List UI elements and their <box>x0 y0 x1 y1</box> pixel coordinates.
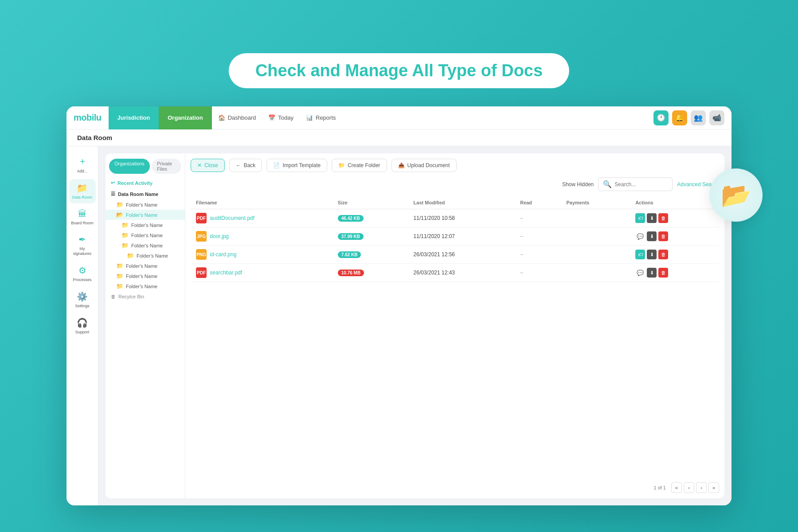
recycle-bin-icon: 🗑 <box>111 294 116 299</box>
add-icon: ＋ <box>78 155 87 167</box>
download-icon-btn[interactable]: ⬇ <box>647 250 657 259</box>
search-input[interactable] <box>614 181 668 188</box>
cell-actions: 💬 ⬇ 🗑 <box>630 227 719 246</box>
folder-f2a-label: Folder's Name <box>131 223 163 228</box>
nav-link-dashboard[interactable]: 🏠 Dashboard <box>212 106 262 129</box>
back-button[interactable]: ← Back <box>229 159 262 172</box>
sidebar-support-label: Support <box>75 330 90 335</box>
clock-icon-btn[interactable]: 🕐 <box>653 110 669 125</box>
folder-f2c[interactable]: 📁 Folder's Name <box>106 240 185 250</box>
download-icon-btn[interactable]: ⬇ <box>647 231 657 241</box>
close-label: Close <box>204 162 218 168</box>
tree-tab-organizations[interactable]: Organizations <box>109 159 150 174</box>
pagination-row: 1 of 1 « ‹ › » <box>191 478 719 493</box>
recycle-bin-label: Recylce Bin <box>118 294 144 299</box>
col-read: Read <box>515 196 561 209</box>
delete-icon-btn[interactable]: 🗑 <box>658 213 668 223</box>
tree-data-room-name[interactable]: ☰ Data Room Name <box>106 188 185 200</box>
sidebar-item-add[interactable]: ＋ Add... <box>69 152 96 177</box>
nav-link-reports[interactable]: 📊 Reports <box>300 106 342 129</box>
download-icon-btn[interactable]: ⬇ <box>647 268 657 278</box>
bell-icon-btn[interactable]: 🔔 <box>672 110 687 125</box>
file-name-link[interactable]: id-card.png <box>210 251 236 258</box>
page-next-button[interactable]: › <box>696 482 707 493</box>
sidebar-item-support[interactable]: 🎧 Support <box>69 314 96 338</box>
nav-tab-jurisdiction[interactable]: Jurisdiction <box>109 106 159 129</box>
data-room-name-icon: ☰ <box>111 191 115 197</box>
board-room-icon: 🏛 <box>78 209 87 219</box>
size-badge: 10.76 MB <box>338 270 364 276</box>
folder-f1[interactable]: 📁 Folder's Name <box>106 200 185 210</box>
folder-f2c1-label: Folder's Name <box>137 253 168 258</box>
cell-actions: 🏷 ⬇ 🗑 <box>630 209 719 227</box>
comment-icon-btn[interactable]: 💬 <box>635 231 645 241</box>
folder-f3[interactable]: 📁 Folder's Name <box>106 261 185 271</box>
table-row: PDF auditDocument.pdf 46.42 KB 11/11/202… <box>191 209 719 227</box>
create-folder-button[interactable]: 📁 Create Folder <box>332 159 387 172</box>
nav-tab-organization[interactable]: Organization <box>159 106 211 129</box>
tree-tab-private[interactable]: Private Files <box>152 159 181 174</box>
comment-icon-btn[interactable]: 💬 <box>635 268 645 278</box>
folder-f2b[interactable]: 📁 Folder's Name <box>106 230 185 240</box>
nav-icons: 🕐 🔔 👥 📹 <box>653 110 724 125</box>
folder-f5[interactable]: 📁 Folder's Name <box>106 281 185 291</box>
show-hidden-label[interactable]: Show Hidden <box>562 181 594 188</box>
folder-f5-icon: 📁 <box>116 283 123 289</box>
settings-icon: ⚙️ <box>77 291 88 302</box>
data-room-name-label: Data Room Name <box>118 192 158 197</box>
cell-read: – <box>515 227 561 246</box>
actions-cell: 🏷 ⬇ 🗑 <box>635 250 714 259</box>
sidebar-item-board-room[interactable]: 🏛 Board Room <box>69 205 96 229</box>
today-icon: 📅 <box>268 114 275 121</box>
upload-document-button[interactable]: 📤 Upload Document <box>391 159 457 172</box>
close-button[interactable]: ✕ Close <box>191 159 225 172</box>
file-list-area: ✕ Close ← Back 📄 Import Template 📁 <box>185 153 724 498</box>
cell-filename: PNG id-card.png <box>191 246 332 264</box>
download-icon-btn[interactable]: ⬇ <box>647 213 657 223</box>
page-first-button[interactable]: « <box>671 482 682 493</box>
file-name-link[interactable]: searchbar.pdf <box>210 270 242 276</box>
video-icon-btn[interactable]: 📹 <box>709 110 724 125</box>
users-icon-btn[interactable]: 👥 <box>691 110 706 125</box>
recycle-bin[interactable]: 🗑 Recylce Bin <box>106 291 185 302</box>
folder-f4-label: Folder's Name <box>126 274 157 279</box>
cell-last-modified: 26/03/2021 12:56 <box>408 246 515 264</box>
col-last-modified: Last Modified <box>408 196 515 209</box>
organization-label: Organization <box>168 114 203 121</box>
page-last-button[interactable]: » <box>708 482 719 493</box>
file-name-link[interactable]: auditDocument.pdf <box>210 215 254 221</box>
deco-folder-icon: 📂 <box>709 168 763 222</box>
nav-link-today[interactable]: 📅 Today <box>262 106 300 129</box>
tag-icon-btn[interactable]: 🏷 <box>635 250 645 259</box>
folder-f3-label: Folder's Name <box>126 263 157 269</box>
sidebar-item-signatures[interactable]: ✒ My signatures <box>69 231 96 260</box>
tree-tab-private-label: Private Files <box>157 161 172 172</box>
delete-icon-btn[interactable]: 🗑 <box>658 268 668 278</box>
folder-f2[interactable]: 📂 Folder's Name <box>106 210 185 220</box>
col-size: Size <box>332 196 408 209</box>
sidebar-item-processes[interactable]: ⚙ Processes <box>69 262 96 286</box>
sidebar-item-settings[interactable]: ⚙️ Settings <box>69 288 96 312</box>
folder-f2c1[interactable]: 📁 Folder's Name <box>106 250 185 261</box>
recent-icon: ↩ <box>111 180 115 186</box>
sidebar-signatures-label: My signatures <box>71 246 94 256</box>
col-actions: Actions <box>630 196 719 209</box>
app-window: mobilu Jurisdiction Organization 🏠 Dashb… <box>66 106 732 505</box>
folder-f2a[interactable]: 📁 Folder's Name <box>106 220 185 230</box>
delete-icon-btn[interactable]: 🗑 <box>658 250 668 259</box>
jurisdiction-label: Jurisdiction <box>117 114 150 121</box>
page-prev-button[interactable]: ‹ <box>684 482 694 493</box>
table-row: PDF searchbar.pdf 10.76 MB 26/03/2021 12… <box>191 264 719 282</box>
folder-f4[interactable]: 📁 Folder's Name <box>106 271 185 281</box>
processes-icon: ⚙ <box>78 265 86 276</box>
import-template-button[interactable]: 📄 Import Template <box>266 159 327 172</box>
breadcrumb-text: Data Room <box>77 134 112 141</box>
delete-icon-btn[interactable]: 🗑 <box>658 231 668 241</box>
sidebar-item-data-room[interactable]: 📁 Data Room <box>69 179 96 203</box>
tree-recent-activity[interactable]: ↩ Recent Activity <box>106 177 185 188</box>
folder-f2b-label: Folder's Name <box>131 233 163 238</box>
col-payments: Payments <box>561 196 630 209</box>
back-arrow-icon: ← <box>236 162 241 168</box>
tag-icon-btn[interactable]: 🏷 <box>635 213 645 223</box>
file-name-link[interactable]: door.jpg <box>210 233 229 239</box>
